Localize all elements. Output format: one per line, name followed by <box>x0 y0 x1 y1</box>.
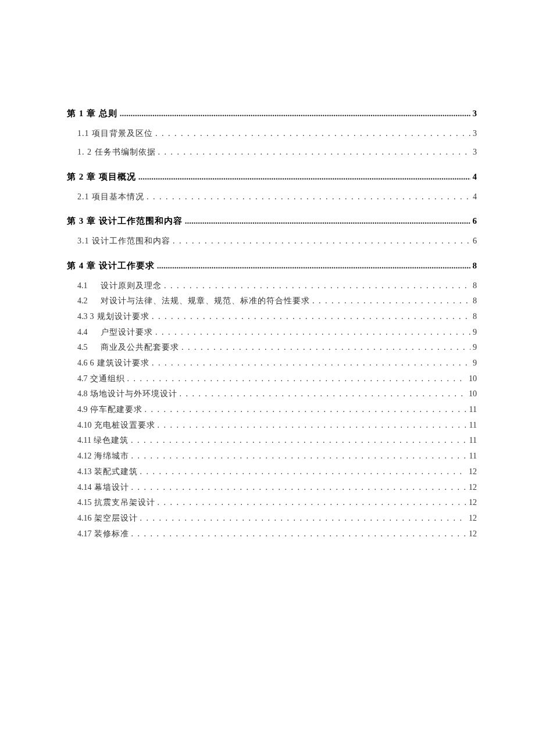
toc-title: 商业及公共配套要求 <box>101 341 179 354</box>
toc-section: 2.1 项目基本情况 . . . . . . . . . . . . . . .… <box>77 191 477 203</box>
toc-page-num: 6 <box>473 214 477 228</box>
toc-subsection: 4.17 装修标准 . . . . . . . . . . . . . . . … <box>77 528 477 540</box>
toc-leader: . . . . . . . . . . . . . . . . . . . . … <box>145 403 467 416</box>
toc-page-num: 10 <box>469 388 477 400</box>
toc-page-num: 3 <box>473 106 477 120</box>
toc-title: 户型设计要求 <box>101 326 153 339</box>
toc-label: 2.1 项目基本情况 <box>77 191 144 203</box>
toc-label: 1. 2 任务书编制依据 <box>77 146 156 159</box>
toc-page-num: 8 <box>473 310 477 323</box>
toc-leader: ........................................… <box>157 259 470 273</box>
toc-leader: . . . . . . . . . . . . . . . . . . . . … <box>158 419 467 432</box>
toc-title: 海绵城市 <box>94 450 129 463</box>
toc-title: 停车配建要求 <box>90 403 142 416</box>
toc-page-num: 4 <box>473 170 477 184</box>
toc-num: 4.4 <box>77 326 99 339</box>
toc-subsection: 4.2 对设计与法律、法规、规章、规范、标准的符合性要求 . . . . . .… <box>77 295 477 307</box>
toc-num: 4.7 <box>77 372 88 385</box>
toc-num: 4.13 <box>77 465 92 478</box>
toc-num: 4.8 <box>77 388 88 400</box>
toc-title: 架空层设计 <box>94 512 138 525</box>
toc-page-num: 3 <box>473 127 477 140</box>
toc-subsection: 4.10 充电桩设置要求 . . . . . . . . . . . . . .… <box>77 419 477 432</box>
toc-chapter: 第 4 章 设计工作要求 ...........................… <box>67 259 477 273</box>
toc-leader: . . . . . . . . . . . . . . . . . . . . … <box>180 388 467 400</box>
toc-page-num: 9 <box>473 341 477 354</box>
toc-subsection: 4.4 户型设计要求 . . . . . . . . . . . . . . .… <box>77 326 477 339</box>
toc-leader: ........................................… <box>185 214 470 228</box>
toc-page-num: 11 <box>469 403 477 416</box>
toc-subsection: 4.11 绿色建筑 . . . . . . . . . . . . . . . … <box>77 434 477 447</box>
toc-leader: . . . . . . . . . . . . . . . . . . . . … <box>131 434 467 447</box>
toc-leader: . . . . . . . . . . . . . . . . . . . . … <box>312 295 470 307</box>
toc-label: 第 2 章 项目概况 <box>67 170 136 184</box>
toc-leader: . . . . . . . . . . . . . . . . . . . . … <box>127 372 467 385</box>
toc-leader: . . . . . . . . . . . . . . . . . . . . … <box>131 528 467 540</box>
toc-title: 场地设计与外环境设计 <box>90 388 177 400</box>
toc-page-num: 8 <box>473 259 477 273</box>
toc-num: 4.10 <box>77 419 92 432</box>
toc-label: 3.1 设计工作范围和内容 <box>77 235 170 248</box>
toc-subsection: 4.16 架空层设计 . . . . . . . . . . . . . . .… <box>77 512 477 525</box>
toc-num: 4.16 <box>77 512 92 525</box>
toc-leader: . . . . . . . . . . . . . . . . . . . . … <box>181 341 470 354</box>
toc-title: 充电桩设置要求 <box>94 419 155 432</box>
toc-leader: . . . . . . . . . . . . . . . . . . . . … <box>140 465 467 478</box>
toc-page-num: 10 <box>469 372 477 385</box>
toc-leader: . . . . . . . . . . . . . . . . . . . . … <box>155 326 470 339</box>
toc-leader: . . . . . . . . . . . . . . . . . . . . … <box>158 146 471 159</box>
toc-leader: . . . . . . . . . . . . . . . . . . . . … <box>173 235 470 248</box>
toc-leader: . . . . . . . . . . . . . . . . . . . . … <box>158 496 467 509</box>
toc-num: 4.14 <box>77 481 92 494</box>
toc-page-num: 8 <box>473 280 477 292</box>
toc-page-num: 8 <box>473 295 477 307</box>
toc-title: 3 规划设计要求 <box>90 310 150 323</box>
toc-subsection: 4.7 交通组织 . . . . . . . . . . . . . . . .… <box>77 372 477 385</box>
toc-label: 第 3 章 设计工作范围和内容 <box>67 214 183 228</box>
toc-page-num: 11 <box>469 419 477 432</box>
toc-subsection: 4.6 6 建筑设计要求 . . . . . . . . . . . . . .… <box>77 357 477 370</box>
toc-subsection: 4.12 海绵城市 . . . . . . . . . . . . . . . … <box>77 450 477 463</box>
toc-chapter: 第 3 章 设计工作范围和内容 ........................… <box>67 214 477 228</box>
toc-num: 4.12 <box>77 450 92 463</box>
toc-subsection: 4.9 停车配建要求 . . . . . . . . . . . . . . .… <box>77 403 477 416</box>
toc-num: 4.11 <box>77 434 91 447</box>
toc-page-num: 9 <box>473 357 477 370</box>
toc-subsection: 4.13 装配式建筑 . . . . . . . . . . . . . . .… <box>77 465 477 478</box>
toc-page-num: 12 <box>469 496 477 509</box>
toc-num: 4.15 <box>77 496 92 509</box>
toc-subsection: 4.3 3 规划设计要求 . . . . . . . . . . . . . .… <box>77 310 477 323</box>
toc-page-num: 12 <box>469 481 477 494</box>
toc-num: 4.5 <box>77 341 99 354</box>
toc-page-num: 12 <box>469 512 477 525</box>
toc-section: 1. 2 任务书编制依据 . . . . . . . . . . . . . .… <box>77 146 477 159</box>
toc-leader: . . . . . . . . . . . . . . . . . . . . … <box>155 127 470 140</box>
toc-title: 6 建筑设计要求 <box>90 357 150 370</box>
toc-page-num: 11 <box>469 434 477 447</box>
toc-leader: . . . . . . . . . . . . . . . . . . . . … <box>131 450 467 463</box>
toc-leader: . . . . . . . . . . . . . . . . . . . . … <box>152 310 470 323</box>
toc-page-num: 11 <box>469 450 477 463</box>
toc-label: 第 4 章 设计工作要求 <box>67 259 155 273</box>
toc-num: 4.1 <box>77 280 99 292</box>
toc-title: 装修标准 <box>94 528 129 540</box>
toc-section: 1.1 项目背景及区位 . . . . . . . . . . . . . . … <box>77 127 477 140</box>
toc-page-num: 4 <box>473 191 477 203</box>
toc-leader: ........................................… <box>138 170 470 184</box>
toc-label: 第 1 章 总则 <box>67 106 117 120</box>
toc-subsection: 4.15 抗震支吊架设计 . . . . . . . . . . . . . .… <box>77 496 477 509</box>
toc-title: 绿色建筑 <box>94 434 129 447</box>
toc-section: 3.1 设计工作范围和内容 . . . . . . . . . . . . . … <box>77 235 477 248</box>
toc-leader: . . . . . . . . . . . . . . . . . . . . … <box>140 512 467 525</box>
toc-num: 4.2 <box>77 295 99 307</box>
toc-subsection: 4.14 幕墙设计 . . . . . . . . . . . . . . . … <box>77 481 477 494</box>
toc-leader: . . . . . . . . . . . . . . . . . . . . … <box>152 357 470 370</box>
toc-leader: . . . . . . . . . . . . . . . . . . . . … <box>164 280 470 292</box>
toc-leader: . . . . . . . . . . . . . . . . . . . . … <box>131 481 467 494</box>
toc-title: 抗震支吊架设计 <box>94 496 155 509</box>
toc-num: 4.3 <box>77 310 88 323</box>
toc-page-num: 12 <box>469 528 477 540</box>
toc-title: 设计原则及理念 <box>101 280 162 292</box>
toc-num: 4.6 <box>77 357 88 370</box>
toc-num: 4.17 <box>77 528 92 540</box>
